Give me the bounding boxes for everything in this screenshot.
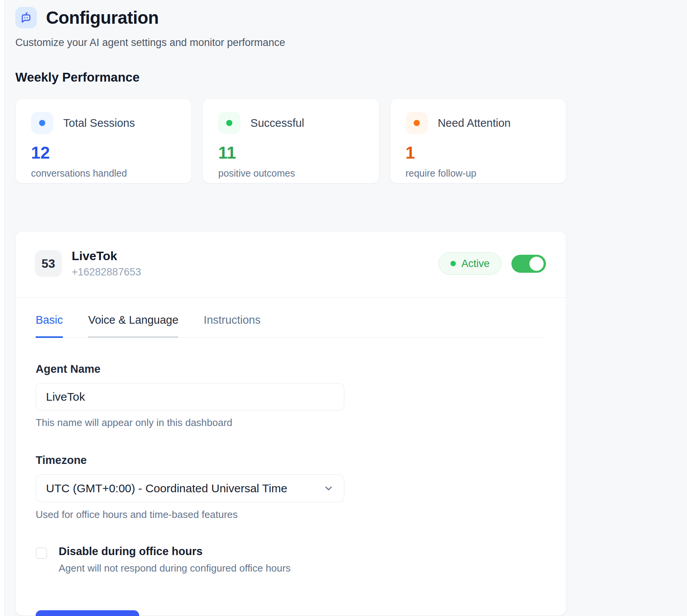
tab-voice-language[interactable]: Voice & Language (88, 314, 178, 338)
stat-value: 12 (31, 143, 176, 162)
avatar: 53 (35, 250, 62, 277)
stat-card-grid: Total Sessions 12 conversations handled … (15, 98, 566, 183)
status-badge-label: Active (461, 258, 490, 270)
timezone-label: Timezone (36, 454, 546, 467)
agent-name-input[interactable] (36, 383, 344, 410)
timezone-select[interactable]: UTC (GMT+0:00) - Coordinated Universal T… (36, 474, 344, 502)
stat-value: 11 (218, 143, 363, 162)
toggle-knob (529, 257, 544, 271)
stat-description: require follow-up (406, 168, 551, 179)
page-subtitle: Customize your AI agent settings and mon… (15, 37, 566, 49)
successful-dot-icon (218, 112, 240, 134)
header-divider (16, 297, 566, 298)
agent-phone-number: +16282887653 (72, 266, 141, 278)
page-title: Configuration (46, 7, 159, 28)
agent-config-card: 53 LiveTok +16282887653 Active Basic Voi (15, 231, 566, 616)
tab-basic[interactable]: Basic (36, 314, 63, 338)
stat-label: Need Attention (438, 117, 511, 129)
agent-name-helper: This name will appear only in this dashb… (36, 417, 546, 429)
stat-description: conversations handled (31, 168, 176, 179)
stat-value: 1 (406, 143, 551, 162)
timezone-helper: Used for office hours and time-based fea… (36, 509, 546, 521)
status-dot-icon (450, 261, 456, 266)
page-header: Configuration (15, 0, 566, 28)
agent-name: LiveTok (72, 249, 141, 263)
timezone-selected-value: UTC (GMT+0:00) - Coordinated Universal T… (46, 482, 287, 495)
stat-card-successful: Successful 11 positive outcomes (202, 98, 379, 183)
left-edge-strip (0, 0, 5, 616)
stat-description: positive outcomes (218, 168, 363, 179)
bot-icon (15, 7, 37, 28)
total-sessions-dot-icon (31, 112, 53, 134)
configuration-page: Configuration Customize your AI agent se… (15, 0, 566, 616)
office-hours-description: Agent will not respond during configured… (59, 562, 291, 574)
weekly-performance-heading: Weekly Performance (15, 70, 566, 85)
stat-label: Total Sessions (63, 117, 135, 129)
agent-card-header: 53 LiveTok +16282887653 Active (16, 232, 566, 297)
tab-instructions[interactable]: Instructions (204, 314, 260, 338)
stat-card-need-attention: Need Attention 1 require follow-up (390, 98, 566, 183)
chevron-down-icon (323, 483, 334, 494)
need-attention-dot-icon (406, 112, 428, 134)
office-hours-checkbox[interactable] (36, 547, 47, 559)
office-hours-label: Disable during office hours (59, 545, 291, 558)
agent-name-label: Agent Name (36, 363, 546, 375)
stat-card-total-sessions: Total Sessions 12 conversations handled (15, 98, 192, 183)
tab-bar: Basic Voice & Language Instructions (36, 314, 546, 337)
stat-label: Successful (250, 117, 304, 129)
office-hours-row: Disable during office hours Agent will n… (36, 545, 546, 574)
save-changes-button[interactable]: Save Changes (36, 610, 139, 616)
agent-card-body: Basic Voice & Language Instructions Agen… (16, 314, 566, 616)
status-badge: Active (439, 252, 501, 275)
agent-active-toggle[interactable] (511, 255, 546, 273)
